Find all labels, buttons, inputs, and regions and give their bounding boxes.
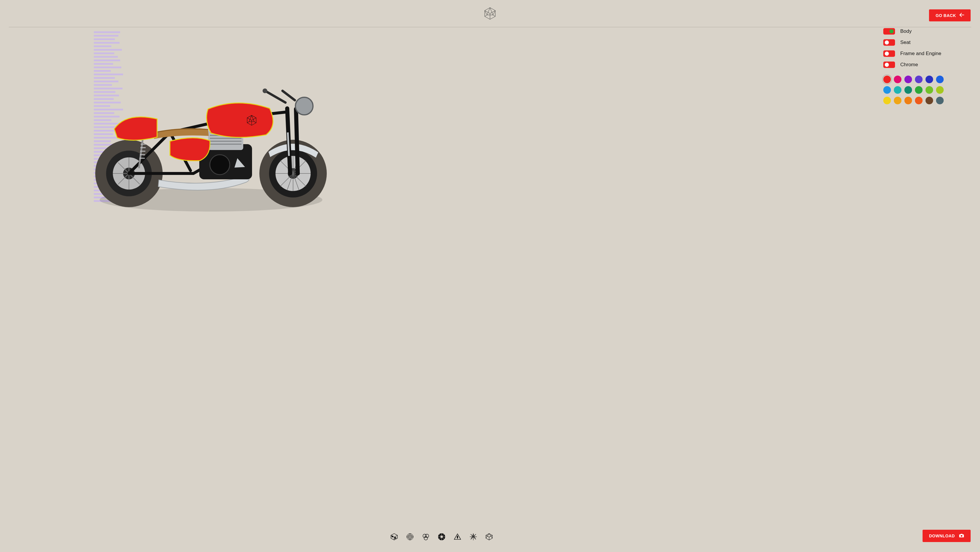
color-swatch[interactable] [883, 76, 891, 83]
texture-toolbar [0, 533, 883, 541]
toggle-row-frame-and-engine: Frame and Engine [883, 50, 968, 57]
color-swatch[interactable] [915, 86, 923, 94]
toggle-frame-and-engine[interactable] [883, 50, 895, 57]
texture-cube-icon[interactable] [390, 533, 398, 541]
app-logo-icon [484, 7, 496, 20]
color-swatch[interactable] [926, 86, 933, 94]
color-swatch[interactable] [915, 97, 923, 104]
svg-line-25 [266, 91, 285, 103]
color-swatch[interactable] [894, 86, 902, 94]
color-swatch[interactable] [883, 97, 891, 104]
svg-line-23 [288, 132, 289, 156]
svg-point-41 [210, 155, 230, 175]
color-swatch[interactable] [936, 76, 943, 83]
toggle-row-body: Body [883, 28, 968, 35]
svg-rect-46 [392, 536, 393, 537]
color-swatch[interactable] [904, 86, 912, 94]
svg-point-27 [262, 89, 267, 93]
toggle-label: Frame and Engine [900, 51, 941, 57]
header: GO BACK [0, 0, 980, 27]
customization-panel: BodySeatFrame and EngineChrome [883, 28, 968, 104]
color-swatch[interactable] [904, 76, 912, 83]
color-swatch[interactable] [936, 86, 943, 94]
svg-point-24 [295, 97, 313, 115]
texture-radial-icon[interactable] [438, 533, 446, 541]
toggle-seat[interactable] [883, 39, 895, 46]
toggle-label: Seat [900, 40, 910, 45]
color-swatch[interactable] [926, 76, 933, 83]
download-button[interactable]: DOWNLOAD [923, 530, 970, 542]
go-back-label: GO BACK [935, 13, 956, 18]
texture-fire-icon[interactable] [453, 533, 461, 541]
go-back-button[interactable]: GO BACK [929, 10, 970, 21]
motorcycle-model [82, 56, 340, 216]
color-swatch[interactable] [936, 97, 943, 104]
color-swatch[interactable] [915, 76, 923, 83]
svg-point-73 [961, 535, 963, 537]
svg-rect-47 [395, 537, 396, 539]
toggle-row-chrome: Chrome [883, 62, 968, 68]
viewport-3d[interactable] [0, 27, 883, 552]
toggle-body[interactable] [883, 28, 895, 35]
app-root: GO BACK [0, 0, 980, 552]
download-label: DOWNLOAD [929, 533, 955, 538]
svg-line-22 [296, 109, 298, 173]
color-swatch[interactable] [926, 97, 933, 104]
color-swatch[interactable] [894, 76, 902, 83]
texture-spark-icon[interactable] [469, 533, 477, 541]
texture-prism-icon[interactable] [485, 533, 493, 541]
toggle-label: Chrome [900, 62, 918, 68]
texture-cells-icon[interactable] [422, 533, 430, 541]
arrow-left-icon [959, 13, 964, 18]
toggle-row-seat: Seat [883, 39, 968, 46]
camera-icon [959, 533, 964, 539]
svg-line-26 [283, 91, 295, 100]
color-swatch[interactable] [904, 97, 912, 104]
toggle-chrome[interactable] [883, 62, 895, 68]
texture-globe-icon[interactable] [406, 533, 414, 541]
color-swatch[interactable] [883, 86, 891, 94]
color-palette [883, 76, 951, 104]
toggle-label: Body [900, 29, 912, 34]
color-swatch[interactable] [894, 97, 902, 104]
